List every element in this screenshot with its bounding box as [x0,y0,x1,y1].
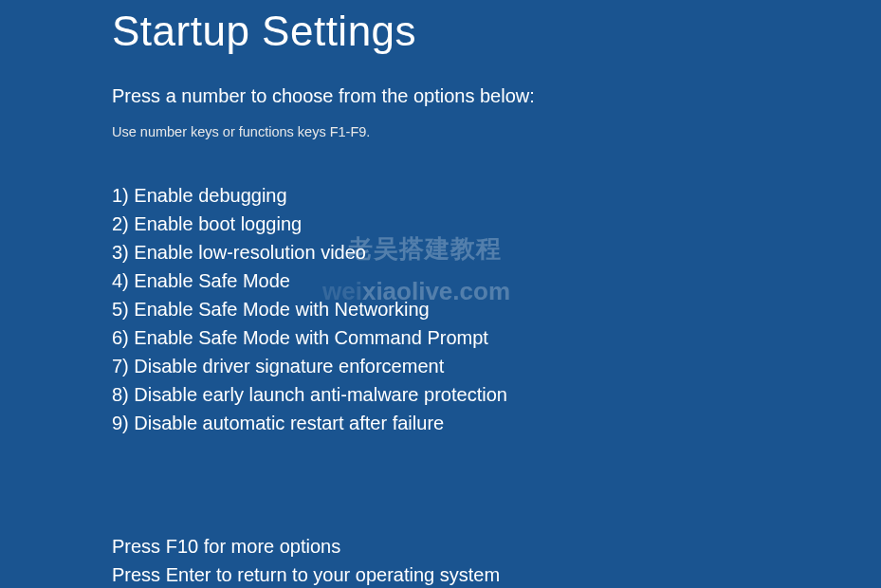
option-6[interactable]: 6) Enable Safe Mode with Command Prompt [112,323,881,352]
option-number: 9) [112,413,129,433]
more-options-hint: Press F10 for more options [112,532,881,560]
option-label: Enable boot logging [134,213,302,234]
options-list: 1) Enable debugging 2) Enable boot loggi… [112,181,881,437]
option-number: 1) [112,185,129,206]
option-4[interactable]: 4) Enable Safe Mode [112,266,881,295]
option-number: 6) [112,327,129,348]
option-3[interactable]: 3) Enable low-resolution video [112,238,881,266]
option-label: Enable Safe Mode with Networking [134,299,429,320]
option-2[interactable]: 2) Enable boot logging [112,210,881,238]
option-label: Disable automatic restart after failure [134,413,444,433]
option-9[interactable]: 9) Disable automatic restart after failu… [112,409,881,437]
option-label: Enable Safe Mode with Command Prompt [134,327,488,348]
option-7[interactable]: 7) Disable driver signature enforcement [112,352,881,380]
option-8[interactable]: 8) Disable early launch anti-malware pro… [112,380,881,409]
option-number: 4) [112,270,129,291]
option-number: 2) [112,213,129,234]
option-label: Disable driver signature enforcement [134,356,444,377]
hint-text: Use number keys or functions keys F1-F9. [112,124,881,139]
option-5[interactable]: 5) Enable Safe Mode with Networking [112,295,881,323]
return-hint: Press Enter to return to your operating … [112,560,881,588]
instruction-text: Press a number to choose from the option… [112,85,881,107]
option-number: 3) [112,242,129,263]
option-label: Enable low-resolution video [134,242,366,263]
option-number: 7) [112,356,129,377]
option-1[interactable]: 1) Enable debugging [112,181,881,210]
option-number: 8) [112,384,129,405]
option-label: Enable Safe Mode [134,270,290,291]
option-number: 5) [112,299,129,320]
option-label: Disable early launch anti-malware protec… [134,384,507,405]
startup-settings-screen: Startup Settings Press a number to choos… [0,0,881,588]
option-label: Enable debugging [134,185,286,206]
page-title: Startup Settings [112,8,881,55]
